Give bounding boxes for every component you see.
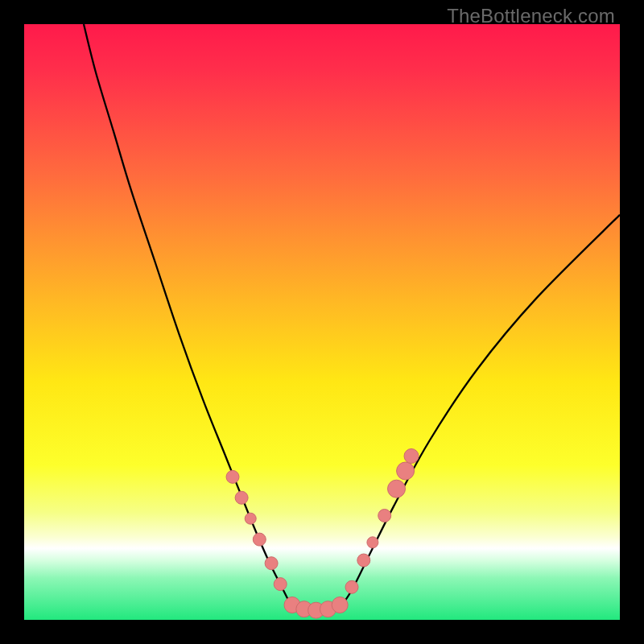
- marker-point: [274, 578, 287, 591]
- right-curve: [340, 215, 620, 608]
- marker-point: [345, 580, 358, 593]
- left-curve: [84, 24, 292, 608]
- marker-point: [253, 533, 266, 546]
- watermark-text: TheBottleneck.com: [447, 5, 615, 27]
- marker-point: [235, 491, 248, 504]
- marker-point: [265, 557, 278, 570]
- marker-point: [245, 513, 256, 524]
- marker-point: [378, 510, 391, 522]
- data-markers: [226, 449, 419, 619]
- chart-frame: TheBottleneck.com: [0, 0, 644, 644]
- plot-area: [24, 24, 620, 620]
- marker-point: [367, 537, 378, 548]
- marker-point: [397, 462, 415, 480]
- marker-point: [404, 449, 419, 464]
- marker-point: [226, 470, 239, 483]
- chart-svg: [24, 24, 620, 620]
- marker-point: [357, 554, 370, 567]
- marker-point: [388, 480, 406, 497]
- marker-point: [332, 597, 348, 613]
